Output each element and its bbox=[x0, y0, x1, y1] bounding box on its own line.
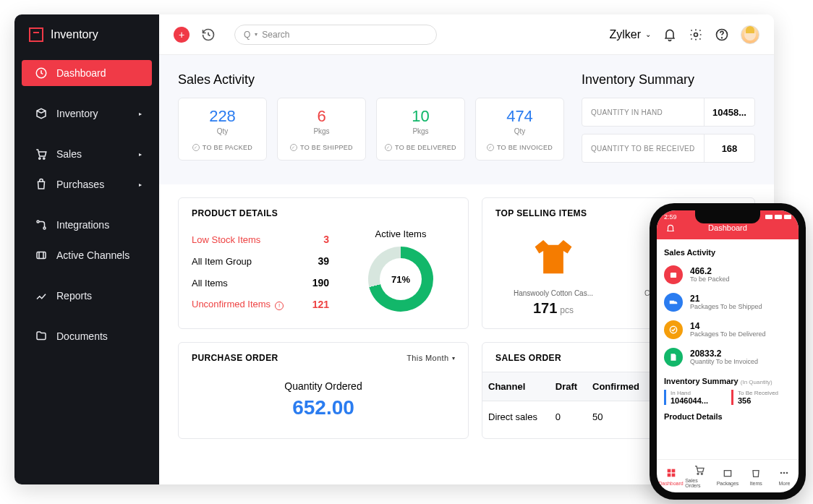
table-header: Draft bbox=[550, 372, 587, 401]
mobile-tab-icon bbox=[665, 467, 677, 479]
activity-unit: Pkgs bbox=[285, 127, 358, 135]
mobile-tab[interactable]: Packages bbox=[713, 460, 741, 492]
purchase-order-period[interactable]: This Month ▾ bbox=[406, 354, 455, 362]
topbar: + Q ▾ Search Zylker ⌄ bbox=[159, 14, 774, 55]
mobile-row-icon bbox=[664, 320, 683, 339]
product-detail-row[interactable]: All Items 190 bbox=[192, 272, 329, 294]
add-button[interactable]: + bbox=[174, 27, 190, 43]
reports-icon bbox=[35, 289, 48, 302]
mobile-status-icons bbox=[765, 215, 791, 219]
mobile-tab[interactable]: Sales Orders bbox=[685, 460, 713, 492]
product-name: Hanswooly Cotton Cas... bbox=[495, 289, 611, 297]
mobile-tab[interactable]: Dashboard bbox=[657, 460, 685, 492]
mobile-row-icon bbox=[664, 348, 683, 367]
product-detail-label: All Item Group bbox=[192, 256, 293, 267]
org-name: Zylker bbox=[609, 28, 641, 41]
search-scope-icon: Q bbox=[244, 30, 250, 40]
mobile-tab[interactable]: Items bbox=[742, 460, 770, 492]
mobile-in-hand: In Hand 1046044... bbox=[664, 390, 724, 405]
svg-point-3 bbox=[37, 221, 39, 223]
search-input[interactable]: Q ▾ Search bbox=[234, 25, 437, 45]
mobile-inv-sub: (In Quantity) bbox=[741, 379, 772, 385]
product-detail-value: 3 bbox=[293, 234, 329, 245]
inventory-summary-section: Inventory Summary QUANTITY IN HAND 10458… bbox=[582, 72, 755, 170]
panel-title: PURCHASE ORDER bbox=[192, 353, 278, 363]
brand: Inventory bbox=[14, 14, 159, 55]
product-detail-row[interactable]: Unconfirmed Items! 121 bbox=[192, 294, 329, 315]
mobile-sales-title: Sales Activity bbox=[664, 248, 791, 257]
inventory-summary-label: QUANTITY TO BE RECEIVED bbox=[582, 134, 704, 162]
mobile-tab-label: Sales Orders bbox=[685, 478, 713, 488]
info-icon: ! bbox=[275, 302, 284, 310]
sidebar-item-active-channels[interactable]: Active Channels bbox=[22, 242, 152, 268]
check-ring-icon bbox=[385, 144, 392, 151]
svg-rect-13 bbox=[667, 469, 671, 472]
inventory-summary-row: QUANTITY IN HAND 10458... bbox=[582, 98, 755, 127]
svg-rect-14 bbox=[671, 469, 675, 472]
sidebar-item-label: Dashboard bbox=[56, 67, 106, 79]
help-icon[interactable] bbox=[715, 27, 729, 42]
mobile-activity-row[interactable]: 14 Packages To be Delivered bbox=[664, 316, 791, 343]
activity-card[interactable]: 10 Pkgs TO BE DELIVERED bbox=[376, 98, 465, 161]
sales-activity-section: Sales Activity 228 Qty TO BE PACKED 6 Pk… bbox=[178, 72, 564, 170]
sidebar-item-sales[interactable]: Sales ▸ bbox=[22, 141, 152, 167]
mobile-tab-icon bbox=[778, 467, 790, 479]
mobile-row-label: Packages To be Shipped bbox=[690, 303, 762, 310]
activity-card[interactable]: 6 Pkgs TO BE SHIPPED bbox=[277, 98, 366, 161]
sidebar-item-label: Reports bbox=[56, 290, 92, 302]
panel-title: TOP SELLING ITEMS bbox=[495, 208, 587, 218]
svg-point-20 bbox=[780, 471, 783, 474]
brand-name: Inventory bbox=[51, 28, 98, 41]
inventory-summary-label: QUANTITY IN HAND bbox=[582, 98, 704, 126]
sales-icon bbox=[35, 148, 48, 161]
inventory-summary-value: 10458... bbox=[704, 98, 754, 126]
mobile-row-value: 14 bbox=[690, 322, 765, 330]
product-detail-value: 39 bbox=[293, 255, 329, 267]
product-detail-row[interactable]: Low Stock Items 3 bbox=[192, 228, 329, 250]
sidebar-item-documents[interactable]: Documents bbox=[22, 323, 152, 349]
svg-point-17 bbox=[697, 473, 699, 474]
activity-value: 6 bbox=[285, 107, 358, 126]
sidebar-item-label: Purchases bbox=[56, 179, 104, 190]
integrations-icon bbox=[35, 218, 48, 231]
svg-point-22 bbox=[786, 471, 788, 474]
mobile-tab-label: Items bbox=[750, 481, 762, 486]
mobile-time: 2:59 bbox=[664, 213, 677, 221]
sidebar: Inventory Dashboard Inventory ▸ Sales ▸ … bbox=[14, 14, 159, 484]
history-icon[interactable] bbox=[201, 27, 216, 42]
gear-icon[interactable] bbox=[689, 27, 703, 42]
mobile-tab-label: Dashboard bbox=[658, 481, 683, 486]
activity-card[interactable]: 474 Qty TO BE INVOICED bbox=[475, 98, 564, 161]
product-detail-label: Low Stock Items bbox=[192, 234, 293, 245]
mobile-tab-icon bbox=[722, 467, 733, 479]
mobile-activity-row[interactable]: 466.2 To be Packed bbox=[664, 261, 791, 289]
mobile-activity-row[interactable]: 21 Packages To be Shipped bbox=[664, 289, 791, 316]
sidebar-item-label: Sales bbox=[56, 148, 82, 160]
bell-icon[interactable] bbox=[665, 223, 676, 234]
bell-icon[interactable] bbox=[663, 27, 677, 42]
sidebar-item-reports[interactable]: Reports bbox=[22, 283, 152, 309]
org-switcher[interactable]: Zylker ⌄ bbox=[609, 28, 651, 41]
sidebar-item-label: Integrations bbox=[56, 219, 109, 231]
check-ring-icon bbox=[487, 144, 494, 151]
sidebar-item-inventory[interactable]: Inventory ▸ bbox=[22, 101, 152, 127]
inventory-summary-row: QUANTITY TO BE RECEIVED 168 bbox=[582, 134, 755, 163]
product-detail-label: Unconfirmed Items! bbox=[192, 299, 293, 310]
mobile-tab[interactable]: More bbox=[770, 460, 799, 492]
purchases-icon bbox=[35, 178, 48, 191]
product-detail-value: 190 bbox=[293, 277, 329, 289]
avatar[interactable] bbox=[741, 25, 759, 44]
svg-rect-15 bbox=[667, 473, 671, 477]
sidebar-item-integrations[interactable]: Integrations bbox=[22, 212, 152, 238]
sidebar-item-dashboard[interactable]: Dashboard bbox=[22, 60, 152, 86]
sidebar-item-purchases[interactable]: Purchases ▸ bbox=[22, 171, 152, 197]
table-header: Channel bbox=[482, 372, 550, 401]
phone-notch bbox=[695, 210, 760, 223]
panel-title: PRODUCT DETAILS bbox=[192, 208, 278, 218]
top-selling-item[interactable]: Hanswooly Cotton Cas... 171pcs bbox=[495, 230, 611, 317]
svg-rect-11 bbox=[671, 273, 676, 278]
activity-card[interactable]: 228 Qty TO BE PACKED bbox=[178, 98, 267, 161]
mobile-activity-row[interactable]: 20833.2 Quantity To be Invoiced bbox=[664, 343, 791, 371]
sidebar-item-label: Active Channels bbox=[56, 249, 129, 261]
product-detail-row[interactable]: All Item Group 39 bbox=[192, 250, 329, 272]
